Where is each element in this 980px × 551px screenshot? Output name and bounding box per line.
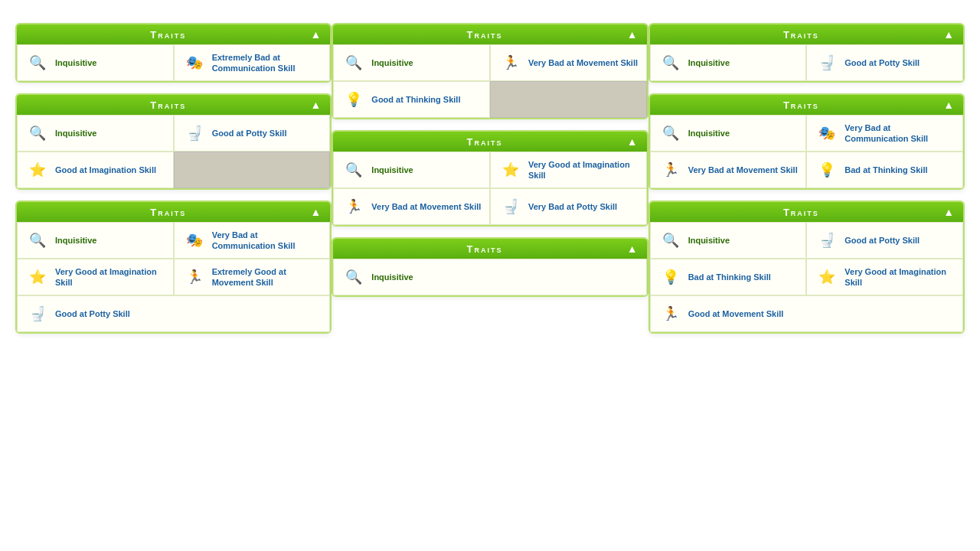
trait-label: Very Bad at Movement Skill xyxy=(371,201,481,212)
trait-icon: 🚽 xyxy=(815,51,839,75)
trait-icon: 💡 xyxy=(341,87,366,112)
trait-cell: 🎭Very Bad at Communication Skill xyxy=(174,222,331,259)
trait-icon: 🏃 xyxy=(341,194,366,219)
trait-cell: ⭐Very Good at Imagination Skill xyxy=(806,259,963,295)
trait-cell: 🏃Extremely Good at Movement Skill xyxy=(174,259,331,295)
card-header-title: Traits xyxy=(26,99,310,111)
trait-icon: 🔍 xyxy=(341,51,366,75)
trait-cell: 🏃Very Bad at Movement Skill xyxy=(490,44,647,81)
card-header-arrow: ▲ xyxy=(943,28,954,41)
trait-icon: 🏃 xyxy=(498,51,523,75)
column-2: Traits▲🔍Inquisitive🏃Very Bad at Movement… xyxy=(332,23,648,297)
card-body: 🔍Inquisitive🏃Very Bad at Movement Skill💡… xyxy=(333,44,646,118)
trait-icon: 🏃 xyxy=(658,158,683,182)
trait-label: Inquisitive xyxy=(371,272,413,282)
card-body: 🔍Inquisitive🎭Very Bad at Communication S… xyxy=(17,222,330,332)
card-header-arrow: ▲ xyxy=(627,28,638,41)
trait-label: Very Bad at Movement Skill xyxy=(688,165,798,175)
trait-label: Inquisitive xyxy=(688,128,730,139)
trait-icon: 🚽 xyxy=(182,121,207,145)
trait-cell: 💡Bad at Thinking Skill xyxy=(650,259,807,295)
trait-label: Inquisitive xyxy=(371,57,413,68)
trait-label: Inquisitive xyxy=(371,165,413,175)
trait-icon: ⭐ xyxy=(25,265,50,289)
trait-label: Good at Potty Skill xyxy=(212,128,287,139)
trait-cell: ⭐Good at Imagination Skill xyxy=(17,152,174,188)
traits-card-card-6: Traits▲🔍Inquisitive xyxy=(332,237,648,297)
card-header-title: Traits xyxy=(26,207,310,218)
trait-cell: 🔍Inquisitive xyxy=(333,259,646,295)
card-header: Traits▲ xyxy=(650,24,963,44)
trait-icon: 🔍 xyxy=(658,228,683,253)
card-body: 🔍Inquisitive🚽Good at Potty Skill⭐Good at… xyxy=(17,115,330,188)
trait-cell: 💡Good at Thinking Skill xyxy=(333,81,490,118)
trait-label: Very Good at Imagination Skill xyxy=(55,266,165,289)
card-header-title: Traits xyxy=(659,29,943,41)
trait-icon: 💡 xyxy=(815,158,839,182)
trait-cell: 🎭Very Bad at Communication Skill xyxy=(806,115,963,152)
trait-cell: 🏃Very Bad at Movement Skill xyxy=(333,188,490,225)
trait-icon: 🏃 xyxy=(658,302,683,326)
card-header-title: Traits xyxy=(342,243,626,255)
traits-card-card-2: Traits▲🔍Inquisitive🚽Good at Potty Skill⭐… xyxy=(15,93,332,190)
card-header-arrow: ▲ xyxy=(627,135,638,148)
trait-icon: 🔍 xyxy=(658,51,683,75)
traits-card-card-4: Traits▲🔍Inquisitive🏃Very Bad at Movement… xyxy=(332,23,648,119)
trait-label: Bad at Thinking Skill xyxy=(688,272,771,282)
trait-cell: 🔍Inquisitive xyxy=(17,44,174,81)
trait-label: Inquisitive xyxy=(688,57,730,68)
trait-cell: 🔍Inquisitive xyxy=(650,115,807,152)
trait-label: Inquisitive xyxy=(55,57,96,68)
trait-cell: 🔍Inquisitive xyxy=(333,44,490,81)
trait-label: Very Good at Imagination Skill xyxy=(528,159,639,181)
traits-card-card-9: Traits▲🔍Inquisitive🚽Good at Potty Skill💡… xyxy=(648,201,965,334)
card-header-title: Traits xyxy=(26,29,310,41)
trait-cell: 🏃Good at Movement Skill xyxy=(650,295,963,332)
trait-label: Very Bad at Potty Skill xyxy=(528,201,617,212)
trait-cell: 🎭Extremely Bad at Communication Skill xyxy=(174,44,331,81)
card-header-arrow: ▲ xyxy=(310,99,321,111)
card-header-title: Traits xyxy=(659,207,943,218)
trait-cell: 🚽Good at Potty Skill xyxy=(174,115,331,152)
trait-label: Very Bad at Communication Skill xyxy=(212,230,322,252)
trait-label: Very Good at Imagination Skill xyxy=(844,266,955,289)
trait-icon: 🚽 xyxy=(815,228,839,253)
card-header-arrow: ▲ xyxy=(943,99,954,111)
card-header-arrow: ▲ xyxy=(310,206,321,218)
trait-icon: ⭐ xyxy=(498,158,523,182)
trait-icon: 🎭 xyxy=(182,51,207,75)
trait-label: Extremely Bad at Communication Skill xyxy=(212,52,322,74)
card-body: 🔍Inquisitive🎭Extremely Bad at Communicat… xyxy=(17,44,330,81)
card-header-title: Traits xyxy=(659,99,943,111)
trait-icon: 🔍 xyxy=(658,121,683,145)
card-body: 🔍Inquisitive🎭Very Bad at Communication S… xyxy=(650,115,963,188)
card-body: 🔍Inquisitive⭐Very Good at Imagination Sk… xyxy=(333,152,646,225)
trait-label: Good at Imagination Skill xyxy=(55,165,156,175)
traits-card-card-3: Traits▲🔍Inquisitive🎭Very Bad at Communic… xyxy=(15,201,332,334)
trait-label: Extremely Good at Movement Skill xyxy=(212,266,322,289)
trait-icon: 🔍 xyxy=(341,265,366,289)
trait-label: Good at Potty Skill xyxy=(844,57,920,68)
trait-icon: 🚽 xyxy=(25,302,50,326)
trait-icon: 🎭 xyxy=(815,121,839,145)
card-body: 🔍Inquisitive🚽Good at Potty Skill💡Bad at … xyxy=(650,222,963,332)
trait-cell: 🚽Good at Potty Skill xyxy=(806,44,963,81)
card-header: Traits▲ xyxy=(17,202,330,222)
traits-card-card-8: Traits▲🔍Inquisitive🎭Very Bad at Communic… xyxy=(648,93,965,190)
card-header: Traits▲ xyxy=(333,24,646,44)
trait-label: Very Bad at Communication Skill xyxy=(844,122,955,145)
card-body: 🔍Inquisitive xyxy=(333,259,646,295)
traits-card-card-7: Traits▲🔍Inquisitive🚽Good at Potty Skill xyxy=(648,23,965,83)
card-header: Traits▲ xyxy=(650,202,963,222)
trait-cell: 🔍Inquisitive xyxy=(333,152,490,188)
trait-label: Good at Thinking Skill xyxy=(371,94,460,105)
trait-label: Bad at Thinking Skill xyxy=(844,165,927,175)
card-header-arrow: ▲ xyxy=(310,28,321,41)
trait-cell xyxy=(174,152,331,188)
card-header-arrow: ▲ xyxy=(943,206,954,218)
trait-icon: 🚽 xyxy=(498,194,523,219)
trait-label: Good at Potty Skill xyxy=(844,235,920,246)
traits-card-card-1: Traits▲🔍Inquisitive🎭Extremely Bad at Com… xyxy=(15,23,332,83)
card-header: Traits▲ xyxy=(17,24,330,44)
card-header: Traits▲ xyxy=(17,95,330,115)
